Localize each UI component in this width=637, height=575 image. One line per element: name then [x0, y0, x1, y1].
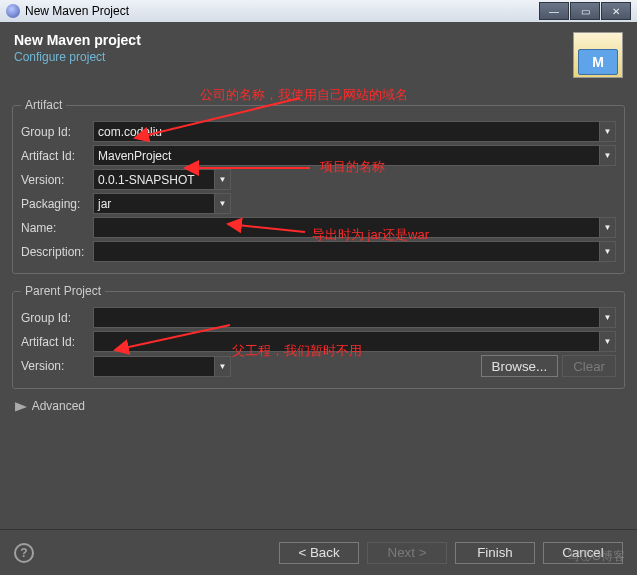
clear-button[interactable]: Clear: [562, 355, 616, 377]
name-field[interactable]: [93, 217, 616, 238]
parent-legend: Parent Project: [21, 284, 105, 298]
triangle-right-icon: ▶: [15, 399, 27, 413]
minimize-button[interactable]: ―: [539, 2, 569, 20]
parent-groupid-label: Group Id:: [21, 311, 93, 325]
artifact-legend: Artifact: [21, 98, 66, 112]
wizard-header: New Maven project Configure project M: [0, 22, 637, 82]
chevron-down-icon[interactable]: [214, 357, 230, 376]
help-icon[interactable]: ?: [14, 543, 34, 563]
advanced-label: Advanced: [32, 399, 85, 413]
chevron-down-icon[interactable]: [214, 194, 230, 213]
browse-button[interactable]: Browse...: [481, 355, 559, 377]
close-button[interactable]: ✕: [601, 2, 631, 20]
version-field[interactable]: 0.0.1-SNAPSHOT: [93, 169, 231, 190]
description-field[interactable]: [93, 241, 616, 262]
parent-groupid-field[interactable]: [93, 307, 616, 328]
packaging-value: jar: [98, 197, 111, 211]
window-title: New Maven Project: [25, 4, 129, 18]
packaging-label: Packaging:: [21, 197, 93, 211]
chevron-down-icon[interactable]: [214, 170, 230, 189]
parent-artifactid-label: Artifact Id:: [21, 335, 93, 349]
chevron-down-icon[interactable]: [599, 308, 615, 327]
artifactid-field[interactable]: MavenProject: [93, 145, 616, 166]
chevron-down-icon[interactable]: [599, 122, 615, 141]
groupid-label: Group Id:: [21, 125, 93, 139]
wizard-footer: ? < Back Next > Finish Cancel: [0, 529, 637, 575]
chevron-down-icon[interactable]: [599, 218, 615, 237]
description-label: Description:: [21, 245, 93, 259]
page-subtitle: Configure project: [14, 50, 141, 64]
version-value: 0.0.1-SNAPSHOT: [98, 173, 195, 187]
chevron-down-icon[interactable]: [599, 332, 615, 351]
advanced-toggle[interactable]: ▶ Advanced: [16, 399, 621, 413]
artifactid-label: Artifact Id:: [21, 149, 93, 163]
page-title: New Maven project: [14, 32, 141, 48]
packaging-field[interactable]: jar: [93, 193, 231, 214]
wizard-icon: M: [573, 32, 623, 78]
eclipse-icon: [6, 4, 20, 18]
chevron-down-icon[interactable]: [599, 242, 615, 261]
artifactid-value: MavenProject: [98, 149, 171, 163]
groupid-value: com.codeliu: [98, 125, 162, 139]
parent-version-label: Version:: [21, 359, 93, 373]
name-label: Name:: [21, 221, 93, 235]
next-button[interactable]: Next >: [367, 542, 447, 564]
watermark: 写①O博客: [568, 548, 625, 565]
maven-m-icon: M: [578, 49, 618, 75]
titlebar: New Maven Project ― ▭ ✕: [0, 0, 637, 22]
maximize-button[interactable]: ▭: [570, 2, 600, 20]
parent-version-field[interactable]: [93, 356, 231, 377]
version-label: Version:: [21, 173, 93, 187]
chevron-down-icon[interactable]: [599, 146, 615, 165]
groupid-field[interactable]: com.codeliu: [93, 121, 616, 142]
parent-artifactid-field[interactable]: [93, 331, 616, 352]
parent-group: Parent Project Group Id: Artifact Id: Ve…: [12, 284, 625, 389]
artifact-group: Artifact Group Id: com.codeliu Artifact …: [12, 98, 625, 274]
finish-button[interactable]: Finish: [455, 542, 535, 564]
back-button[interactable]: < Back: [279, 542, 359, 564]
